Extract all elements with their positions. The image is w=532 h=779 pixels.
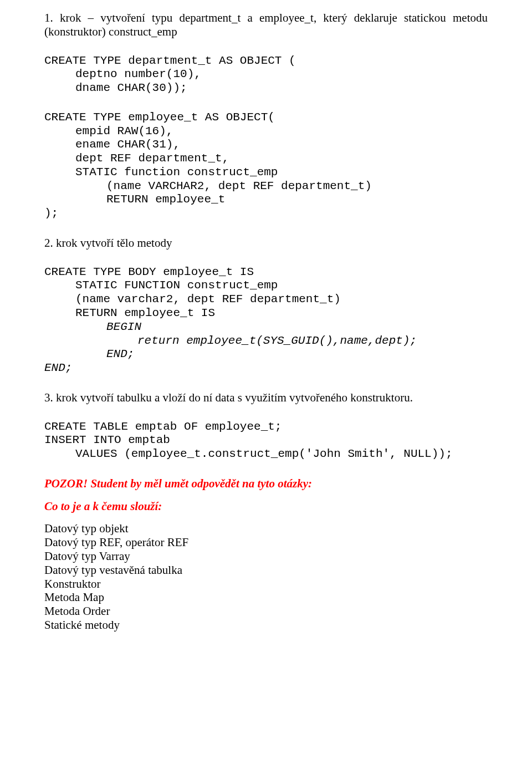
code-line: ename CHAR(31),: [44, 138, 488, 152]
code-line: END;: [44, 362, 72, 374]
code-line: CREATE TABLE emptab OF employee_t;: [44, 420, 282, 433]
list-item: Datový typ vestavěná tabulka: [44, 563, 488, 577]
list-item: Datový typ REF, operátor REF: [44, 536, 488, 549]
questions-heading: POZOR! Student by měl umět odpovědět na …: [44, 477, 488, 491]
code-line: END;: [44, 348, 488, 362]
code-line: dname CHAR(30));: [44, 82, 488, 95]
step3-intro: 3. krok vytvoří tabulku a vloží do ní da…: [44, 391, 488, 405]
code-line: CREATE TYPE BODY employee_t IS: [44, 266, 254, 278]
list-item: Statické metody: [44, 618, 488, 632]
code-line: RETURN employee_t IS: [44, 307, 488, 320]
code-line: deptno number(10),: [44, 68, 488, 82]
list-item: Konstruktor: [44, 577, 488, 591]
questions-subheading: Co to je a k čemu slouží:: [44, 500, 488, 513]
step2-intro: 2. krok vytvoří tělo metody: [44, 236, 488, 250]
list-item: Datový typ Varray: [44, 549, 488, 563]
code-line: empid RAW(16),: [44, 125, 488, 139]
code-line: return employee_t(SYS_GUID(),name,dept);: [44, 334, 488, 348]
code-line: STATIC FUNCTION construct_emp: [44, 279, 488, 293]
step3-code-block: CREATE TABLE emptab OF employee_t; INSER…: [44, 420, 488, 461]
code-line: INSERT INTO emptab: [44, 434, 170, 446]
code-line: RETURN employee_t: [44, 193, 488, 207]
list-item: Datový typ objekt: [44, 522, 488, 536]
code-line: );: [44, 207, 58, 220]
code-line: CREATE TYPE employee_t AS OBJECT(: [44, 111, 275, 124]
code-line: VALUES (employee_t.construct_emp('John S…: [44, 447, 488, 461]
questions-list: Datový typ objekt Datový typ REF, operát…: [44, 522, 488, 632]
step1-code-block-b: CREATE TYPE employee_t AS OBJECT( empid …: [44, 111, 488, 221]
step1-code-block-a: CREATE TYPE department_t AS OBJECT ( dep…: [44, 54, 488, 95]
code-line: CREATE TYPE department_t AS OBJECT (: [44, 54, 296, 67]
code-line: (name varchar2, dept REF department_t): [44, 293, 488, 307]
code-line: (name VARCHAR2, dept REF department_t): [44, 180, 488, 194]
step2-code-block: CREATE TYPE BODY employee_t IS STATIC FU…: [44, 266, 488, 375]
code-line: STATIC function construct_emp: [44, 166, 488, 180]
step1-intro: 1. krok – vytvoření typu department_t a …: [44, 11, 488, 39]
list-item: Metoda Map: [44, 590, 488, 604]
list-item: Metoda Order: [44, 604, 488, 618]
code-line: dept REF department_t,: [44, 152, 488, 166]
code-line: BEGIN: [44, 320, 488, 334]
